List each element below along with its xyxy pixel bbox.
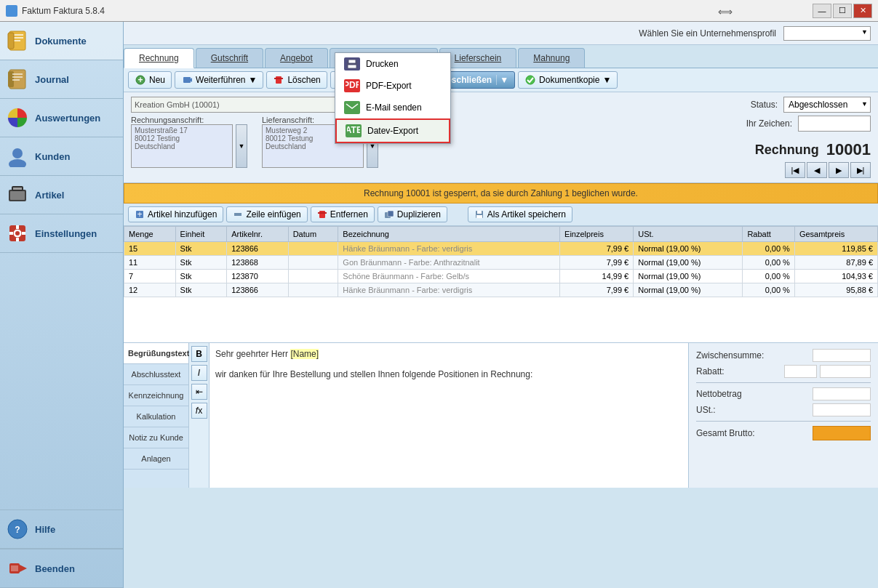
ihr-zeichen-row: Ihr Zeichen: — [746, 116, 871, 132]
divider-2 — [696, 421, 871, 422]
right-form-area: Ihr Zeichen: Rechnung 10001 |◀ ◀ ▶ ▶| — [746, 116, 871, 178]
cell-rabatt: 0,00 % — [743, 283, 795, 297]
duplizieren-btn[interactable]: Duplizieren — [378, 206, 447, 222]
loeschen-button[interactable]: Löschen — [266, 71, 327, 89]
cell-menge: 15 — [124, 242, 176, 256]
als-artikel-speichern-btn[interactable]: Als Artikel speichern — [468, 206, 572, 222]
table-row[interactable]: 15 Stk 123866 Hänke Bräunmann - Farbe: v… — [124, 242, 878, 256]
ihr-zeichen-label: Ihr Zeichen: — [746, 118, 792, 129]
svg-rect-7 — [12, 73, 23, 75]
sidebar-item-kunden[interactable]: Kunden — [0, 137, 123, 176]
cell-datum — [288, 283, 338, 297]
tab-angebot[interactable]: Angebot — [265, 48, 328, 68]
sidebar: Dokumente Journal — [0, 22, 124, 588]
status-input[interactable] — [783, 97, 871, 113]
tab-mahnung[interactable]: Mahnung — [518, 48, 585, 68]
formula-btn[interactable]: fx — [191, 403, 207, 419]
nav-first-btn[interactable]: |◀ — [785, 162, 805, 178]
cell-bezeichnung: Hänke Bräunmann - Farbe: verdigris — [338, 242, 560, 256]
loeschen-icon — [273, 74, 284, 86]
data-table-wrap: Menge Einheit Artikelnr. Datum Bezeichnu… — [124, 226, 878, 342]
left-tabs: Begrüßungstext Abschlusstext Kennzeichnu… — [124, 343, 189, 488]
tab-kennzeichnung[interactable]: Kennzeichnung — [124, 385, 188, 406]
tab-kalkulation[interactable]: Kalkulation — [124, 406, 188, 427]
italic-btn[interactable]: I — [191, 365, 207, 381]
status-area: Status: — [751, 97, 871, 113]
cell-rabatt: 0,00 % — [743, 256, 795, 270]
ihr-zeichen-input[interactable] — [798, 116, 871, 132]
nav-last-btn[interactable]: ▶| — [850, 162, 871, 178]
svg-rect-21 — [16, 238, 19, 241]
dropdown-email[interactable]: E-Mail senden — [335, 97, 450, 118]
bold-btn[interactable]: B — [191, 346, 207, 362]
zeile-einfuegen-btn[interactable]: Zeile einfügen — [226, 206, 307, 222]
indent-btn[interactable]: ⇤ — [191, 384, 207, 400]
cell-einheit: Stk — [175, 270, 227, 283]
entfernen-btn[interactable]: Entfernen — [311, 206, 375, 222]
profile-select[interactable]: Test GmbH — [783, 26, 871, 41]
cell-einzelpreis: 7,99 € — [560, 256, 634, 270]
cell-bezeichnung: Schöne Bräunmann - Farbe: Gelb/s — [338, 270, 560, 283]
tab-begruesungstext[interactable]: Begrüßungstext — [124, 343, 188, 364]
minimize-button[interactable]: — — [813, 4, 831, 18]
table-row[interactable]: 12 Stk 123866 Hänke Bräunmann - Farbe: v… — [124, 283, 878, 297]
cell-menge: 7 — [124, 270, 176, 283]
neu-button[interactable]: + Neu — [128, 71, 172, 89]
tab-anlagen[interactable]: Anlagen — [124, 448, 188, 470]
dropdown-datev-label: Datev-Export — [367, 126, 418, 136]
tab-gutschrift[interactable]: Gutschrift — [196, 48, 263, 68]
customer-input[interactable] — [131, 97, 364, 113]
sidebar-item-einstellungen[interactable]: Einstellungen — [0, 214, 123, 253]
cell-artikelnr: 123866 — [227, 242, 288, 256]
ust-input[interactable]: 69,86 € — [813, 403, 871, 416]
summary-nettobetrag: Nettobetrag 367,70 € — [696, 387, 871, 400]
rechnungsanschrift-input[interactable]: Musterstraße 17 80012 Testing Deutschlan… — [131, 124, 233, 168]
cell-bezeichnung: Gon Bräunmann - Farbe: Anthrazitnalit — [338, 256, 560, 270]
dropdown-pdf[interactable]: PDF PDF-Export — [335, 75, 450, 97]
dokumentkopie-icon — [524, 74, 536, 86]
sidebar-item-dokumente[interactable]: Dokumente — [0, 22, 123, 60]
sidebar-label-einstellungen: Einstellungen — [35, 228, 97, 239]
tab-notiz-kunde[interactable]: Notiz zu Kunde — [124, 427, 188, 448]
weiterfuehren-button[interactable]: Weiterführen ▼ — [175, 71, 263, 89]
dropdown-datev[interactable]: DATEV Datev-Export — [335, 118, 450, 143]
table-row[interactable]: 11 Stk 123868 Gon Bräunmann - Farbe: Ant… — [124, 256, 878, 270]
dropdown-drucken[interactable]: Drucken — [335, 53, 450, 75]
tab-abschlusstext[interactable]: Abschlusstext — [124, 364, 188, 385]
status-select-wrap — [783, 97, 871, 113]
col-einzelpreis: Einzelpreis — [560, 227, 634, 242]
sidebar-item-beenden[interactable]: Beenden — [0, 549, 123, 588]
zwischensumme-input[interactable]: 408,55 € — [813, 349, 871, 362]
app-icon — [6, 5, 17, 17]
nav-buttons: |◀ ◀ ▶ ▶| — [785, 162, 871, 178]
neu-label: Neu — [149, 75, 165, 85]
table-row[interactable]: 7 Stk 123870 Schöne Bräunmann - Farbe: G… — [124, 270, 878, 283]
journal-icon — [6, 68, 29, 91]
sidebar-item-hilfe[interactable]: ? Hilfe — [0, 510, 123, 549]
nettobetrag-input[interactable]: 367,70 € — [813, 387, 871, 400]
dokumentkopie-arrow[interactable]: ▼ — [602, 75, 611, 85]
dokumentkopie-button[interactable]: Dokumentkopie ▼ — [518, 71, 618, 89]
svg-rect-54 — [318, 212, 327, 214]
cell-einzelpreis: 14,99 € — [560, 270, 634, 283]
sidebar-label-artikel: Artikel — [35, 190, 64, 201]
tab-rechnung[interactable]: Rechnung — [124, 48, 194, 68]
sidebar-item-journal[interactable]: Journal — [0, 60, 123, 99]
col-rabatt: Rabatt — [743, 227, 795, 242]
nav-prev-btn[interactable]: ◀ — [807, 162, 827, 178]
rechnungsanschrift-chevron[interactable]: ▼ — [236, 124, 247, 168]
dropdown-email-label: E-Mail senden — [366, 102, 422, 113]
auswertungen-icon — [6, 106, 29, 129]
status-label: Status: — [751, 100, 778, 110]
gesamt-input[interactable]: 437,56 € — [813, 426, 871, 440]
nav-next-btn[interactable]: ▶ — [829, 162, 849, 178]
close-button[interactable]: ✕ — [853, 4, 872, 18]
sidebar-item-auswertungen[interactable]: Auswertungen — [0, 99, 123, 137]
rabatt-pct-input[interactable]: 10,00 % — [784, 365, 817, 378]
abschliessen-dropdown-icon[interactable]: ▼ — [496, 75, 508, 85]
artikel-hinzufuegen-btn[interactable]: + Artikel hinzufügen — [128, 206, 223, 222]
rabatt-value-input[interactable]: -40,86 € — [820, 365, 871, 378]
main-toolbar: + Neu Weiterführen ▼ Löschen — [124, 68, 878, 92]
sidebar-item-artikel[interactable]: Artikel — [0, 176, 123, 214]
maximize-button[interactable]: ☐ — [833, 4, 852, 18]
